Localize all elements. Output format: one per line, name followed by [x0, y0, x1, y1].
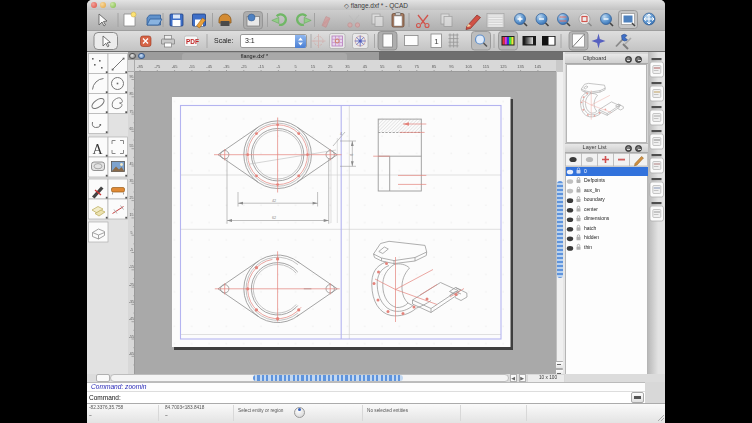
- svg-text:145: 145: [535, 64, 542, 69]
- svg-text:15: 15: [311, 64, 316, 69]
- svg-text:135: 135: [517, 64, 524, 69]
- svg-text:5: 5: [295, 64, 298, 69]
- svg-text:115: 115: [483, 64, 490, 69]
- svg-text:25: 25: [328, 64, 333, 69]
- svg-text:-15: -15: [129, 265, 134, 269]
- svg-text:45: 45: [130, 162, 134, 166]
- svg-text:85: 85: [130, 92, 134, 96]
- svg-text:95: 95: [449, 64, 454, 69]
- svg-text:75: 75: [415, 64, 420, 69]
- svg-text:-75: -75: [154, 64, 161, 69]
- svg-text:-35: -35: [129, 300, 134, 304]
- svg-text:-25: -25: [241, 64, 248, 69]
- svg-text:65: 65: [397, 64, 402, 69]
- svg-text:-55: -55: [189, 64, 196, 69]
- svg-text:85: 85: [432, 64, 437, 69]
- svg-text:-65: -65: [172, 64, 179, 69]
- svg-text:-35: -35: [224, 64, 231, 69]
- svg-text:A: A: [93, 142, 104, 157]
- svg-text:-15: -15: [258, 64, 265, 69]
- svg-text:-55: -55: [129, 335, 134, 339]
- svg-text:-5: -5: [130, 248, 133, 252]
- svg-text:8: 8: [350, 154, 354, 156]
- svg-text:55: 55: [130, 144, 134, 148]
- svg-text:5: 5: [131, 231, 133, 235]
- svg-text:1: 1: [434, 37, 439, 46]
- svg-text:62: 62: [272, 216, 276, 220]
- svg-text:65: 65: [130, 127, 134, 131]
- svg-text:45: 45: [363, 64, 368, 69]
- svg-text:125: 125: [500, 64, 507, 69]
- svg-text:75: 75: [130, 110, 134, 114]
- svg-text:105: 105: [465, 64, 472, 69]
- svg-text:-45: -45: [206, 64, 213, 69]
- svg-text:PDF: PDF: [186, 38, 199, 45]
- svg-text:42: 42: [272, 199, 276, 203]
- svg-text:95: 95: [130, 75, 134, 79]
- svg-text:25: 25: [130, 196, 134, 200]
- svg-text:4: 4: [340, 132, 342, 136]
- svg-text:35: 35: [345, 64, 350, 69]
- svg-text:15: 15: [130, 213, 134, 217]
- svg-text:35: 35: [130, 179, 134, 183]
- svg-text:-5: -5: [277, 64, 281, 69]
- svg-text:55: 55: [380, 64, 385, 69]
- svg-text:-45: -45: [129, 317, 134, 321]
- svg-text:-65: -65: [129, 352, 134, 356]
- svg-text:-25: -25: [129, 283, 134, 287]
- svg-text:-85: -85: [137, 64, 144, 69]
